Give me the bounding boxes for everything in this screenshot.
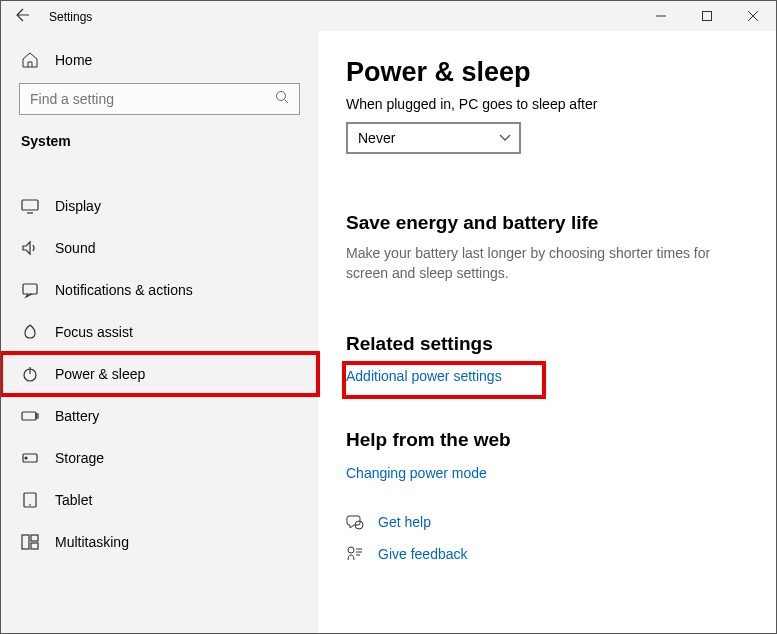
storage-icon — [21, 449, 39, 467]
energy-text: Make your battery last longer by choosin… — [346, 244, 726, 283]
sidebar-item-label: Power & sleep — [55, 366, 145, 382]
multitasking-icon — [21, 533, 39, 551]
get-help-icon — [346, 513, 364, 531]
home-nav[interactable]: Home — [1, 51, 318, 83]
sidebar-item-storage[interactable]: Storage — [1, 437, 318, 479]
svg-rect-18 — [31, 535, 38, 541]
sidebar-item-label: Tablet — [55, 492, 92, 508]
svg-rect-6 — [22, 200, 38, 210]
svg-point-21 — [348, 547, 354, 553]
svg-line-5 — [285, 100, 289, 104]
svg-rect-11 — [22, 412, 36, 420]
changing-power-mode-link[interactable]: Changing power mode — [346, 465, 748, 481]
sidebar-item-multitasking[interactable]: Multitasking — [1, 521, 318, 563]
plugged-in-label: When plugged in, PC goes to sleep after — [346, 96, 748, 112]
titlebar: Settings — [1, 1, 776, 31]
additional-power-settings-link[interactable]: Additional power settings — [346, 368, 502, 384]
svg-rect-8 — [23, 284, 37, 294]
svg-point-14 — [25, 457, 27, 459]
svg-rect-19 — [31, 543, 38, 549]
additional-power-settings-highlight: Additional power settings — [346, 365, 542, 395]
maximize-button[interactable] — [684, 1, 730, 31]
tablet-icon — [21, 491, 39, 509]
search-field[interactable] — [30, 91, 270, 107]
home-label: Home — [55, 52, 92, 68]
close-button[interactable] — [730, 1, 776, 31]
svg-rect-12 — [36, 414, 38, 418]
search-input[interactable] — [19, 83, 300, 115]
notifications-icon — [21, 281, 39, 299]
sidebar-item-notifications[interactable]: Notifications & actions — [1, 269, 318, 311]
energy-heading: Save energy and battery life — [346, 212, 748, 234]
chevron-down-icon — [499, 133, 511, 144]
sidebar: Home System Display Sound Notifications … — [1, 31, 318, 634]
sleep-timeout-select[interactable]: Never — [346, 122, 521, 154]
sidebar-item-sound[interactable]: Sound — [1, 227, 318, 269]
svg-point-4 — [277, 92, 286, 101]
give-feedback-link[interactable]: Give feedback — [378, 546, 468, 562]
battery-icon — [21, 407, 39, 425]
display-icon — [21, 197, 39, 215]
sound-icon — [21, 239, 39, 257]
sidebar-item-label: Display — [55, 198, 101, 214]
page-title: Power & sleep — [346, 57, 748, 88]
sidebar-item-label: Sound — [55, 240, 95, 256]
sidebar-item-tablet[interactable]: Tablet — [1, 479, 318, 521]
power-icon — [21, 365, 39, 383]
sidebar-item-label: Notifications & actions — [55, 282, 193, 298]
minimize-button[interactable] — [638, 1, 684, 31]
back-button[interactable] — [15, 7, 31, 26]
help-heading: Help from the web — [346, 429, 748, 451]
sidebar-item-label: Battery — [55, 408, 99, 424]
sidebar-item-battery[interactable]: Battery — [1, 395, 318, 437]
sidebar-item-label: Multitasking — [55, 534, 129, 550]
sidebar-item-display[interactable]: Display — [1, 185, 318, 227]
focus-assist-icon — [21, 323, 39, 341]
sidebar-item-focus-assist[interactable]: Focus assist — [1, 311, 318, 353]
get-help-link[interactable]: Get help — [378, 514, 431, 530]
section-label: System — [1, 133, 318, 167]
home-icon — [21, 51, 39, 69]
search-icon — [275, 90, 289, 108]
select-value: Never — [358, 130, 395, 146]
sidebar-item-label: Focus assist — [55, 324, 133, 340]
feedback-icon — [346, 545, 364, 563]
content-pane: Power & sleep When plugged in, PC goes t… — [318, 31, 776, 634]
related-heading: Related settings — [346, 333, 748, 355]
svg-rect-1 — [703, 12, 712, 21]
sidebar-item-power-sleep[interactable]: Power & sleep — [1, 353, 318, 395]
window-title: Settings — [49, 10, 92, 24]
sidebar-item-label: Storage — [55, 450, 104, 466]
svg-rect-17 — [22, 535, 29, 549]
